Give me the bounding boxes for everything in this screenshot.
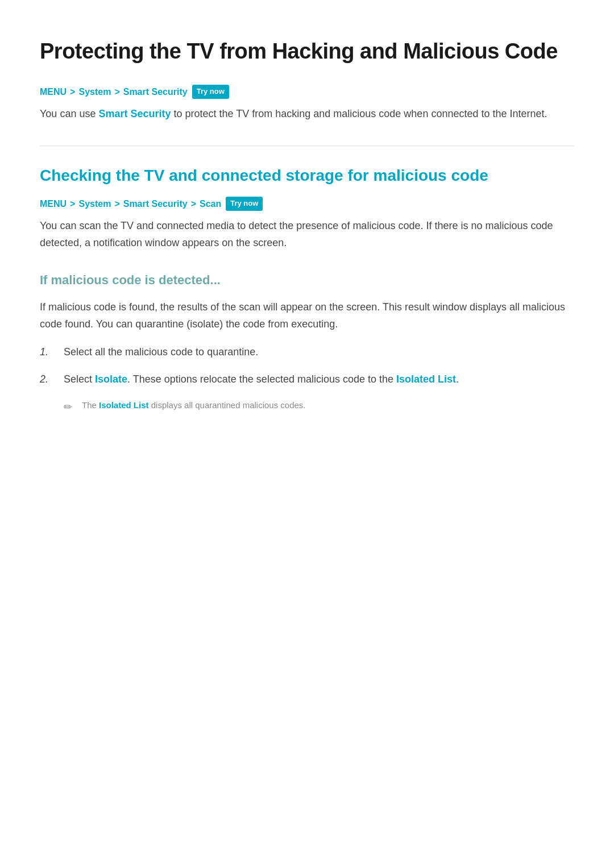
- intro-text-after: to protect the TV from hacking and malic…: [171, 108, 547, 119]
- breadcrumb2-sep1: >: [70, 197, 75, 211]
- breadcrumb2-system: System: [78, 197, 111, 211]
- step-2-text-after: .: [456, 373, 459, 385]
- isolated-list-link-note[interactable]: Isolated List: [99, 400, 149, 410]
- breadcrumb-sep2: >: [114, 85, 119, 99]
- breadcrumb2-sep2: >: [114, 197, 119, 211]
- steps-list: 1. Select all the malicious code to quar…: [40, 344, 574, 388]
- step-2: 2. Select Isolate. These options relocat…: [40, 371, 574, 388]
- step-2-text: Select Isolate. These options relocate t…: [64, 371, 574, 388]
- subsection-intro: If malicious code is found, the results …: [40, 299, 574, 333]
- step-2-text-middle: . These options relocate the selected ma…: [127, 373, 396, 385]
- note-text: The Isolated List displays all quarantin…: [82, 398, 306, 412]
- note-block: ✏ The Isolated List displays all quarant…: [64, 398, 574, 416]
- section1-title: Checking the TV and connected storage fo…: [40, 163, 574, 189]
- intro-text-before: You can use: [40, 108, 98, 119]
- breadcrumb-smart-security: Smart Security: [123, 85, 188, 99]
- pencil-icon: ✏: [64, 399, 76, 416]
- breadcrumb-menu: MENU: [40, 85, 67, 99]
- breadcrumb2-menu: MENU: [40, 197, 67, 211]
- subsection-title: If malicious code is detected...: [40, 270, 574, 290]
- isolated-list-link-step2[interactable]: Isolated List: [396, 373, 456, 385]
- intro-paragraph: You can use Smart Security to protect th…: [40, 106, 574, 123]
- step-1: 1. Select all the malicious code to quar…: [40, 344, 574, 361]
- try-now-badge-scan[interactable]: Try now: [226, 197, 263, 211]
- step-1-number: 1.: [40, 344, 53, 361]
- page-title: Protecting the TV from Hacking and Malic…: [40, 34, 574, 69]
- step-1-text: Select all the malicious code to quarant…: [64, 344, 574, 361]
- step-2-text-before: Select: [64, 373, 95, 385]
- isolate-link[interactable]: Isolate: [95, 373, 127, 385]
- section-divider: [40, 146, 574, 146]
- note-text-after: displays all quarantined malicious codes…: [149, 400, 306, 410]
- breadcrumb-section1: MENU > System > Smart Security > Scan Tr…: [40, 197, 574, 211]
- try-now-badge-top[interactable]: Try now: [192, 85, 229, 99]
- step-2-number: 2.: [40, 371, 53, 388]
- note-text-before: The: [82, 400, 99, 410]
- breadcrumb2-sep3: >: [191, 197, 196, 211]
- breadcrumb-sep1: >: [70, 85, 75, 99]
- section1-body: You can scan the TV and connected media …: [40, 218, 574, 251]
- breadcrumb-top: MENU > System > Smart Security Try now: [40, 85, 574, 99]
- breadcrumb2-scan: Scan: [200, 197, 221, 211]
- breadcrumb-system: System: [78, 85, 111, 99]
- breadcrumb2-smart-security: Smart Security: [123, 197, 188, 211]
- intro-smart-security-link[interactable]: Smart Security: [98, 108, 171, 119]
